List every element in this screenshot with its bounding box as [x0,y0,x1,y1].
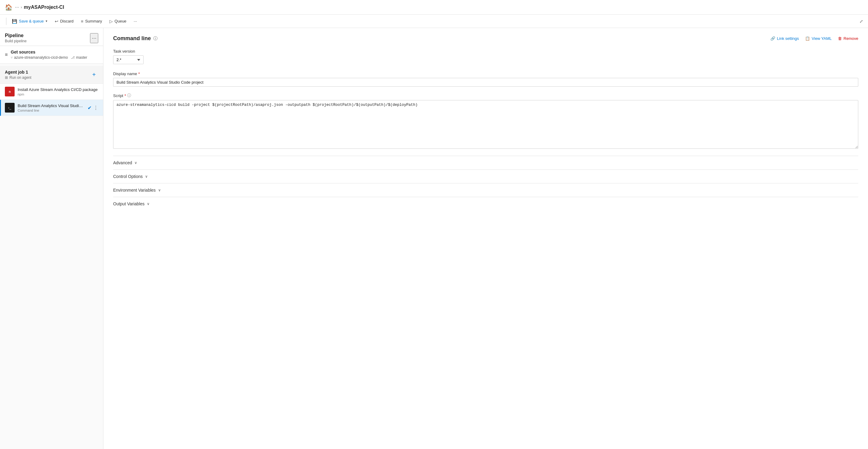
save-queue-arrow: ▾ [45,19,48,23]
discard-icon: ↩ [55,19,58,24]
main-layout: Pipeline Build pipeline ··· ≡ Get source… [0,28,868,449]
get-sources-icon: ≡ [5,52,8,58]
view-yaml-icon: 📋 [805,36,810,41]
script-textarea[interactable]: azure-streamanalytics-cicd build -projec… [113,100,858,149]
advanced-toggle[interactable]: Advanced ∨ [113,160,858,165]
view-yaml-button[interactable]: 📋 View YAML [805,36,832,41]
environment-variables-section: Environment Variables ∨ [113,183,858,197]
display-name-label: Display name * [113,71,858,76]
more-button[interactable]: ··· [131,18,140,25]
link-settings-button[interactable]: 🔗 Link settings [770,36,799,41]
agent-job-meta: ⊞ Run on agent [5,76,31,80]
display-name-input[interactable] [113,78,858,87]
home-icon: 🏠 [5,4,12,11]
remove-label: Remove [844,36,858,41]
breadcrumb-dots[interactable]: ··· [15,5,19,10]
cmd-actions: 🔗 Link settings 📋 View YAML 🗑 Remove [770,36,858,41]
script-required: * [124,93,126,98]
cmd-icon: ›_ [5,103,14,113]
breadcrumb-chevron: › [21,5,22,9]
view-yaml-label: View YAML [812,36,832,41]
cmd-task-subtitle: Command line [18,109,85,112]
task-more-icon[interactable]: ⋮ [93,105,98,111]
branch-icon: ⎇ [71,56,75,60]
display-name-required: * [138,71,140,76]
agent-job-left: Agent job 1 ⊞ Run on agent [5,70,31,80]
pipeline-subtitle: Build pipeline [5,39,27,43]
advanced-chevron: ∨ [134,160,137,165]
control-options-section: Control Options ∨ [113,170,858,183]
get-sources-repo: ⑂ azure-streamanalytics-cicd-demo [11,55,68,60]
agent-job-row: Agent job 1 ⊞ Run on agent + [0,66,103,84]
advanced-label: Advanced [113,160,132,165]
left-panel: Pipeline Build pipeline ··· ≡ Get source… [0,28,103,449]
pipeline-title: Pipeline [5,33,27,38]
agent-job-title: Agent job 1 [5,70,31,74]
save-queue-label: Save & queue [19,19,44,23]
task-item-npm[interactable]: n Install Azure Stream Analytics CI/CD p… [0,84,103,100]
npm-icon-label: n [9,90,11,93]
summary-label: Summary [85,19,102,23]
queue-icon: ▷ [110,19,113,24]
link-settings-label: Link settings [777,36,799,41]
environment-variables-label: Environment Variables [113,188,156,192]
cmd-info-icon[interactable]: ⓘ [153,36,158,41]
more-dots: ··· [134,19,137,23]
npm-task-content: Install Azure Stream Analytics CI/CD pac… [18,87,98,96]
repo-name: azure-streamanalytics-cicd-demo [14,55,68,60]
cmd-title-area: Command line ⓘ [113,35,158,42]
branch-name: master [76,55,87,60]
top-bar: 🏠 ··· › myASAProject-CI [0,0,868,14]
output-variables-chevron: ∨ [147,202,150,206]
environment-variables-chevron: ∨ [158,188,161,192]
output-variables-section: Output Variables ∨ [113,197,858,210]
discard-label: Discard [60,19,73,23]
script-label: Script * ⓘ [113,93,858,98]
npm-icon: n [5,87,14,96]
get-sources-title: Get sources [11,50,87,55]
pipeline-more-button[interactable]: ··· [90,33,98,43]
cmd-header: Command line ⓘ 🔗 Link settings 📋 View YA… [113,35,858,42]
control-options-chevron: ∨ [145,174,148,179]
summary-button[interactable]: ≡ Summary [78,18,105,25]
agent-icon: ⊞ [5,76,8,80]
expand-icon[interactable]: ⤢ [860,19,863,24]
save-icon: 💾 [12,19,17,24]
cmd-title: Command line [113,35,151,42]
cmd-task-title: Build Stream Analytics Visual Studio Cod… [18,103,85,108]
right-panel: Command line ⓘ 🔗 Link settings 📋 View YA… [103,28,868,449]
advanced-section: Advanced ∨ [113,156,858,170]
task-item-cmd[interactable]: ›_ Build Stream Analytics Visual Studio … [0,100,103,116]
script-row: Script * ⓘ azure-streamanalytics-cicd bu… [113,93,858,150]
cmd-task-content: Build Stream Analytics Visual Studio Cod… [18,103,85,112]
output-variables-label: Output Variables [113,201,145,206]
npm-task-subtitle: npm [18,92,98,96]
pipeline-header: Pipeline Build pipeline ··· [0,28,103,46]
queue-label: Queue [115,19,126,23]
get-sources-branch: ⎇ master [71,55,87,60]
toolbar-divider [6,18,6,25]
agent-job-subtitle: Run on agent [9,76,31,80]
task-version-label: Task version [113,49,858,54]
control-options-label: Control Options [113,174,143,179]
link-settings-icon: 🔗 [770,36,775,41]
save-queue-button[interactable]: 💾 Save & queue ▾ [9,18,51,25]
control-options-toggle[interactable]: Control Options ∨ [113,174,858,179]
summary-icon: ≡ [81,19,83,24]
npm-task-title: Install Azure Stream Analytics CI/CD pac… [18,87,98,92]
queue-button[interactable]: ▷ Queue [106,18,130,25]
remove-icon: 🗑 [838,36,842,41]
environment-variables-toggle[interactable]: Environment Variables ∨ [113,188,858,192]
get-sources-row[interactable]: ≡ Get sources ⑂ azure-streamanalytics-ci… [0,46,103,64]
page-title: myASAProject-CI [24,5,64,10]
remove-button[interactable]: 🗑 Remove [838,36,858,41]
repo-icon: ⑂ [11,56,13,59]
task-version-select[interactable]: 2.* 1.* [113,55,144,64]
discard-button[interactable]: ↩ Discard [52,18,76,25]
add-task-button[interactable]: + [90,70,98,79]
get-sources-content: Get sources ⑂ azure-streamanalytics-cicd… [11,50,87,60]
get-sources-meta: ⑂ azure-streamanalytics-cicd-demo ⎇ mast… [11,55,87,60]
cmd-task-actions: ✔ ⋮ [88,105,98,111]
output-variables-toggle[interactable]: Output Variables ∨ [113,201,858,206]
script-info-icon[interactable]: ⓘ [127,93,131,98]
